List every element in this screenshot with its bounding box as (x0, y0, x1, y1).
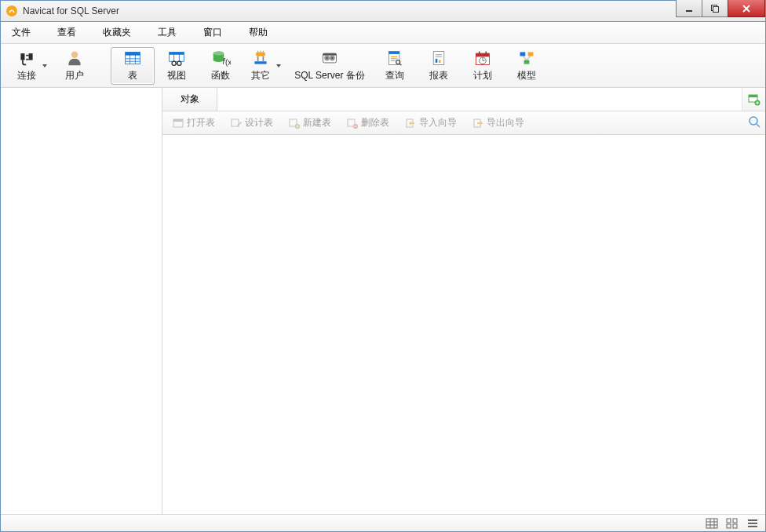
svg-rect-4 (20, 53, 24, 60)
tables-add-icon (748, 93, 761, 106)
toolbar-table-label: 表 (128, 69, 137, 82)
svg-rect-1 (686, 10, 692, 12)
svg-rect-3 (713, 6, 719, 12)
toolbar-view-button[interactable]: 视图 (155, 47, 199, 85)
svg-rect-71 (173, 119, 183, 122)
svg-rect-12 (126, 52, 140, 55)
object-header: 对象 (162, 88, 765, 111)
toolbar-backup-button[interactable]: SQL Server 备份 (286, 47, 373, 85)
svg-rect-62 (524, 60, 530, 64)
toolbar-view-label: 视图 (167, 69, 186, 82)
import-wizard-label: 导入向导 (419, 116, 457, 129)
menu-window[interactable]: 窗口 (199, 23, 227, 42)
svg-point-37 (326, 56, 328, 59)
toolbar-query-button[interactable]: 查询 (373, 47, 417, 85)
object-list-area[interactable] (162, 135, 765, 514)
toolbar-model-label: 模型 (517, 69, 536, 82)
svg-rect-40 (323, 53, 337, 56)
function-icon: f (x) (210, 49, 231, 67)
chevron-down-icon (276, 64, 281, 67)
export-wizard-label: 导出向导 (487, 116, 524, 129)
svg-rect-6 (26, 58, 27, 60)
object-action-toolbar: 打开表 设计表 新建表 删除表 导入向导 (162, 111, 765, 135)
menu-tools[interactable]: 工具 (153, 23, 181, 42)
svg-point-82 (750, 117, 757, 125)
svg-rect-7 (29, 53, 33, 60)
main-toolbar: 连接 用户 表 (1, 44, 765, 88)
object-refresh-button[interactable] (742, 88, 765, 111)
menu-favorites[interactable]: 收藏夹 (98, 23, 136, 42)
search-button[interactable] (748, 115, 761, 130)
toolbar-schedule-label: 计划 (473, 69, 492, 82)
connection-tree-sidebar[interactable] (1, 88, 162, 514)
svg-rect-28 (254, 61, 266, 64)
new-table-icon (289, 118, 300, 129)
new-table-label: 新建表 (303, 116, 331, 129)
details-view-icon (706, 518, 718, 529)
design-table-label: 设计表 (245, 116, 273, 129)
model-icon (516, 49, 537, 67)
svg-rect-55 (479, 51, 480, 54)
delete-table-icon (347, 118, 358, 129)
toolbar-other-button[interactable]: 其它 (243, 47, 286, 85)
open-table-button[interactable]: 打开表 (167, 113, 221, 133)
svg-point-0 (6, 5, 17, 16)
svg-line-47 (399, 63, 402, 65)
delete-table-button[interactable]: 删除表 (341, 113, 395, 133)
toolbar-other-label: 其它 (251, 69, 270, 82)
design-table-button[interactable]: 设计表 (225, 113, 279, 133)
toolbar-user-button[interactable]: 用户 (53, 47, 97, 85)
export-wizard-button[interactable]: 导出向导 (467, 113, 530, 133)
window-controls (677, 0, 765, 17)
toolbar-schedule-button[interactable]: 计划 (461, 47, 505, 85)
object-path-input[interactable] (217, 88, 742, 111)
svg-point-25 (213, 51, 224, 55)
svg-rect-90 (733, 519, 737, 523)
open-table-label: 打开表 (187, 116, 215, 129)
svg-rect-60 (520, 52, 526, 56)
toolbar-function-button[interactable]: f (x) 函数 (199, 47, 243, 85)
svg-rect-30 (263, 56, 264, 61)
svg-point-39 (331, 56, 334, 59)
new-table-button[interactable]: 新建表 (283, 113, 337, 133)
view-grid-button[interactable] (724, 517, 740, 530)
view-details-button[interactable] (704, 517, 720, 530)
svg-rect-54 (476, 53, 490, 56)
toolbar-table-button[interactable]: 表 (111, 47, 155, 85)
toolbar-connection-label: 连接 (17, 69, 36, 82)
toolbar-report-button[interactable]: 报表 (417, 47, 461, 85)
svg-point-21 (172, 61, 176, 65)
menubar: 文件 查看 收藏夹 工具 窗口 帮助 (1, 22, 765, 44)
statusbar (1, 514, 765, 531)
object-tab[interactable]: 对象 (162, 88, 217, 111)
maximize-button[interactable] (702, 0, 728, 17)
close-button[interactable] (728, 0, 765, 17)
svg-rect-48 (433, 51, 444, 64)
toolbar-report-label: 报表 (429, 69, 448, 82)
svg-rect-91 (727, 524, 731, 528)
export-icon (472, 118, 483, 129)
svg-rect-52 (439, 60, 441, 62)
view-list-button[interactable] (745, 517, 761, 530)
svg-rect-56 (485, 51, 487, 54)
import-wizard-button[interactable]: 导入向导 (399, 113, 462, 133)
svg-rect-42 (388, 51, 399, 53)
menu-file[interactable]: 文件 (7, 23, 35, 42)
svg-rect-9 (27, 58, 29, 60)
backup-icon (319, 49, 340, 67)
toolbar-model-button[interactable]: 模型 (505, 47, 549, 85)
svg-line-83 (757, 124, 760, 127)
svg-rect-31 (256, 52, 265, 56)
titlebar: Navicat for SQL Server (0, 0, 766, 22)
svg-rect-92 (733, 524, 737, 528)
query-icon (385, 49, 405, 67)
minimize-button[interactable] (676, 0, 702, 17)
design-table-icon (231, 118, 242, 129)
view-icon (166, 49, 187, 67)
menu-view[interactable]: 查看 (53, 23, 81, 42)
other-icon (250, 49, 271, 67)
menu-help[interactable]: 帮助 (244, 23, 272, 42)
svg-rect-84 (706, 519, 717, 528)
svg-rect-89 (727, 519, 731, 523)
toolbar-connection-button[interactable]: 连接 (9, 47, 53, 85)
